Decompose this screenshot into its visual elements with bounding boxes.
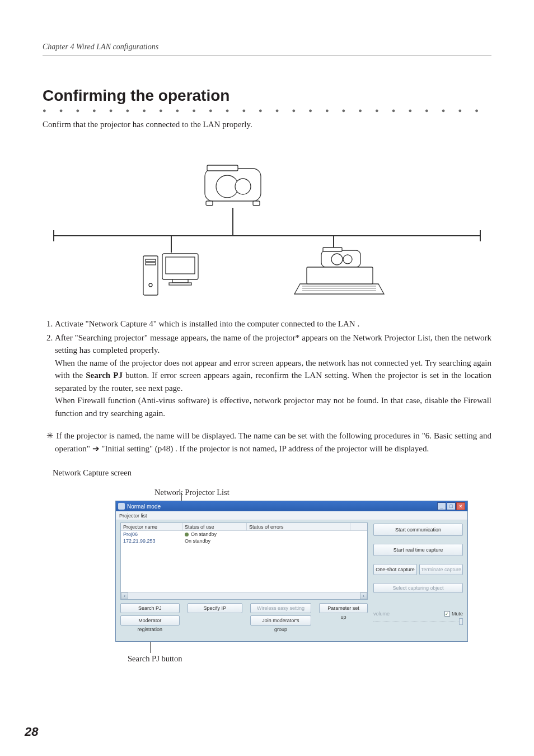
step-2: After "Searching projector" message appe…	[55, 332, 491, 420]
one-shot-capture-button[interactable]: One-shot capture	[373, 564, 417, 575]
svg-rect-21	[323, 248, 342, 251]
volume-slider[interactable]	[373, 618, 463, 626]
app-screenshot-wrap: Normal mode _ □ × Projector list Project…	[115, 501, 491, 642]
dotted-rule: ● ● ● ● ● ● ● ● ● ● ● ● ● ● ● ● ● ● ● ● …	[43, 107, 491, 114]
app-window: Normal mode _ □ × Projector list Project…	[115, 501, 468, 642]
search-pj-button[interactable]: Search PJ	[120, 603, 180, 613]
select-capturing-object-button[interactable]: Select capturing object	[373, 583, 463, 593]
terminate-capture-button[interactable]: Terminate capture	[419, 564, 463, 575]
intro-text: Confirm that the projector has connected…	[43, 120, 491, 129]
row0-name: Proj06	[123, 531, 138, 537]
network-diagram	[43, 141, 491, 303]
svg-rect-10	[206, 201, 213, 206]
row1-status: On standby	[185, 538, 210, 544]
status-dot-icon	[185, 533, 189, 536]
mute-checkbox[interactable]: ✓ Mute	[444, 611, 463, 617]
close-button[interactable]: ×	[456, 502, 465, 510]
page-title: Confirming the operation	[43, 87, 491, 105]
specify-ip-button[interactable]: Specify IP	[188, 603, 242, 613]
list-header: Projector name Status of use Status of e…	[121, 523, 367, 531]
caption-search-pj: Search PJ button	[128, 654, 491, 664]
row0-errors	[247, 531, 350, 538]
volume-label: volume	[373, 611, 390, 617]
start-realtime-capture-button[interactable]: Start real time capture	[373, 544, 463, 556]
button-row: Search PJ Moderator registration Specify…	[120, 603, 368, 626]
arrow-icon: ➔	[92, 444, 100, 453]
svg-point-19	[149, 283, 152, 287]
list-row[interactable]: Proj06 On standby	[121, 531, 367, 538]
list-body: Proj06 On standby 172.21.99.253 On stand…	[121, 531, 367, 592]
moderator-registration-button[interactable]: Moderator registration	[120, 615, 180, 626]
asterisk-icon: ✳	[46, 431, 56, 440]
join-moderator-button[interactable]: Join moderator's group	[250, 615, 311, 626]
row1-name: 172.21.99.253	[123, 538, 156, 544]
svg-rect-14	[172, 279, 188, 283]
row1-errors	[247, 538, 350, 544]
footnote: ✳ If the projector is named, the name wi…	[43, 430, 491, 455]
checkbox-icon: ✓	[444, 611, 450, 617]
app-icon	[118, 503, 125, 510]
col-status-use[interactable]: Status of use	[182, 523, 247, 530]
window-title: Normal mode	[127, 503, 161, 510]
leader-line-bottom	[150, 642, 151, 653]
step-2-para-3: When Firewall function (Anti-virus softw…	[55, 394, 491, 419]
step-1: Activate "Network Capture 4" which is in…	[55, 318, 491, 330]
right-panel: Start communication Start real time capt…	[371, 520, 467, 630]
maximize-button[interactable]: □	[447, 502, 456, 510]
left-panel: Projector name Status of use Status of e…	[116, 520, 371, 630]
window-controls: _ □ ×	[437, 502, 465, 510]
svg-point-23	[343, 255, 352, 264]
parameter-setup-button[interactable]: Parameter set up	[319, 603, 368, 613]
step-2-para-2: When the name of the projector does not …	[55, 357, 491, 395]
col-status-errors[interactable]: Status of errors	[247, 523, 350, 530]
page-number: 28	[25, 725, 38, 739]
row0-status: On standby	[191, 531, 217, 537]
svg-rect-13	[166, 257, 195, 274]
caption-projector-list: Network Projector List	[154, 488, 491, 497]
svg-rect-11	[253, 201, 260, 206]
horizontal-scrollbar[interactable]: ‹ ›	[121, 592, 367, 599]
steps-list: Activate "Network Capture 4" which is in…	[43, 318, 491, 419]
scroll-left-icon[interactable]: ‹	[121, 592, 128, 599]
titlebar: Normal mode _ □ ×	[116, 501, 467, 511]
volume-area: volume ✓ Mute	[373, 611, 463, 626]
wireless-easy-button[interactable]: Wireless easy setting	[250, 603, 311, 613]
slider-thumb-icon[interactable]	[459, 618, 463, 625]
footnote-text-b: "Initial setting" (p48) . If the project…	[100, 444, 429, 453]
svg-rect-15	[169, 283, 191, 285]
chapter-header: Chapter 4 Wired LAN configurations	[43, 43, 491, 55]
search-pj-bold: Search PJ	[86, 371, 123, 380]
menu-projector-list[interactable]: Projector list	[119, 513, 147, 519]
menu-bar[interactable]: Projector list	[116, 511, 467, 520]
start-communication-button[interactable]: Start communication	[373, 524, 463, 536]
mute-label: Mute	[452, 611, 463, 617]
col-projector-name[interactable]: Projector name	[121, 523, 182, 530]
svg-rect-17	[146, 259, 156, 262]
svg-rect-18	[146, 263, 156, 265]
list-row[interactable]: 172.21.99.253 On standby	[121, 538, 367, 544]
scroll-right-icon[interactable]: ›	[360, 592, 367, 599]
svg-rect-7	[207, 165, 238, 171]
svg-point-9	[235, 179, 251, 194]
svg-point-22	[331, 254, 343, 265]
projector-list-box: Projector name Status of use Status of e…	[120, 522, 368, 600]
svg-rect-27	[307, 267, 373, 284]
step-1-text: Activate "Network Capture 4" which is in…	[55, 319, 359, 328]
leader-line-top	[181, 493, 182, 501]
caption-network-capture: Network Capture screen	[53, 468, 491, 478]
minimize-button[interactable]: _	[437, 502, 446, 510]
step-2-para-1: After "Searching projector" message appe…	[55, 332, 491, 357]
